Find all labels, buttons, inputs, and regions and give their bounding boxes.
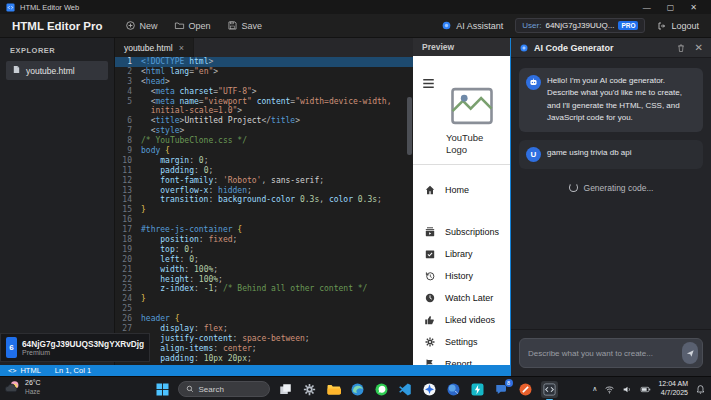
- code-line[interactable]: 10 margin: 0;: [115, 156, 413, 166]
- edge-button[interactable]: [349, 381, 366, 398]
- preview-menu-item-liked-videos[interactable]: Liked videos: [413, 309, 510, 331]
- whatsapp-button[interactable]: [373, 381, 390, 398]
- code-text: display: flex;: [141, 324, 228, 334]
- open-button[interactable]: Open: [174, 20, 211, 31]
- menu-item-label: Watch Later: [445, 293, 493, 303]
- preview-menu-item-history[interactable]: History: [413, 265, 510, 287]
- taskbar-search[interactable]: Search: [178, 381, 270, 397]
- code-line[interactable]: 11 padding: 0;: [115, 166, 413, 176]
- trash-icon[interactable]: [676, 43, 686, 53]
- ai-prompt-input[interactable]: [519, 338, 703, 368]
- code-line[interactable]: 13 overflow-x: hidden;: [115, 186, 413, 196]
- orange-app-button[interactable]: [517, 381, 534, 398]
- clock[interactable]: 12:04 AM 4/7/2025: [658, 380, 688, 398]
- close-button[interactable]: ✕: [690, 3, 697, 12]
- logout-button[interactable]: Logout: [657, 21, 699, 31]
- code-text: align-items: center;: [141, 344, 257, 354]
- code-line[interactable]: 28 justify-content: space-between;: [115, 334, 413, 344]
- code-line[interactable]: 15}: [115, 205, 413, 215]
- code-line[interactable]: 20 left: 0;: [115, 255, 413, 265]
- preview-menu-item-library[interactable]: Library: [413, 243, 510, 265]
- liked-videos-icon: [424, 314, 436, 326]
- code-line[interactable]: 19 top: 0;: [115, 245, 413, 255]
- star-app-button[interactable]: [421, 381, 438, 398]
- code-text: <meta name="viewport" content="width=dev…: [141, 97, 392, 107]
- file-item-youtube-html[interactable]: youtube.html: [6, 61, 108, 80]
- maximize-button[interactable]: ▢: [667, 3, 675, 12]
- code-text: transition: background-color 0.3s, color…: [141, 195, 382, 205]
- preview-menu-item-watch-later[interactable]: Watch Later: [413, 287, 510, 309]
- code-line[interactable]: 6 <title>Untitled Project</title>: [115, 116, 413, 126]
- subscriptions-icon: [424, 226, 436, 238]
- hamburger-menu-icon[interactable]: [421, 76, 436, 91]
- minimize-button[interactable]: —: [643, 3, 651, 12]
- taskbar: 26°C Haze Search 8 ∧ 12:04 AM 4/7/2025: [0, 376, 711, 400]
- settings-app-button[interactable]: [301, 381, 318, 398]
- notification-badge: 8: [505, 379, 513, 387]
- code-line[interactable]: 3<head>: [115, 77, 413, 87]
- editor-scrollbar[interactable]: [407, 97, 412, 155]
- user-session-chip[interactable]: User: 64NjG7gJ39UUQ... PRO: [515, 18, 645, 33]
- file-icon: [12, 65, 21, 76]
- lightning-app-button[interactable]: [469, 381, 486, 398]
- windows-start-icon: [155, 382, 170, 397]
- volume-icon[interactable]: [622, 384, 633, 395]
- code-line[interactable]: 18 position: fixed;: [115, 235, 413, 245]
- preview-menu-item-subscriptions[interactable]: Subscriptions: [413, 221, 510, 243]
- code-line[interactable]: 12 font-family: 'Roboto', sans-serif;: [115, 176, 413, 186]
- file-explorer-button[interactable]: [325, 381, 342, 398]
- code-line[interactable]: 16: [115, 215, 413, 225]
- new-button[interactable]: New: [125, 20, 158, 31]
- code-line[interactable]: initial-scale=1.0">: [115, 106, 413, 116]
- code-line[interactable]: 24}: [115, 294, 413, 304]
- code-text: /* YouTubeClone.css */: [141, 136, 247, 146]
- menu-item-label: Home: [445, 185, 469, 195]
- session-icon: 6: [6, 337, 17, 358]
- code-line[interactable]: 29 align-items: center;: [115, 344, 413, 354]
- code-line[interactable]: 4 <meta charset="UTF-8">: [115, 87, 413, 97]
- open-icon: [174, 20, 185, 31]
- code-line[interactable]: 26header {: [115, 314, 413, 324]
- code-line[interactable]: 2<html lang="en">: [115, 67, 413, 77]
- code-text: header {: [141, 314, 180, 324]
- ai-panel-close-icon[interactable]: ✕: [695, 42, 703, 53]
- whatsapp-icon: [374, 382, 389, 397]
- start-button[interactable]: [154, 381, 171, 398]
- code-line[interactable]: 14 transition: background-color 0.3s, co…: [115, 195, 413, 205]
- weather-widget[interactable]: 26°C Haze: [4, 379, 41, 396]
- code-line[interactable]: 23 z-index: -1; /* Behind all other cont…: [115, 284, 413, 294]
- code-line[interactable]: 25: [115, 304, 413, 314]
- globe-app-button[interactable]: [445, 381, 462, 398]
- wifi-icon[interactable]: [604, 384, 615, 395]
- vscode-button[interactable]: [397, 381, 414, 398]
- code-line[interactable]: 9body {: [115, 146, 413, 156]
- code-line[interactable]: 22 height: 100%;: [115, 275, 413, 285]
- code-line[interactable]: 30 padding: 10px 20px;: [115, 354, 413, 364]
- save-button[interactable]: Save: [227, 20, 263, 31]
- code-line[interactable]: 21 width: 100%;: [115, 265, 413, 275]
- code-line[interactable]: 7 <style>: [115, 126, 413, 136]
- ai-assistant-button[interactable]: AI Assistant: [441, 20, 503, 31]
- youtube-logo-broken-image[interactable]: YouTube Logo: [446, 68, 498, 156]
- preview-menu-item-settings[interactable]: Settings: [413, 331, 510, 353]
- code-line[interactable]: 8/* YouTubeClone.css */: [115, 136, 413, 146]
- line-number: 10: [115, 156, 141, 166]
- clock-date: 4/7/2025: [658, 389, 688, 398]
- code-area[interactable]: 1<!DOCTYPE html>2<html lang="en">3<head>…: [115, 57, 413, 365]
- send-button[interactable]: [682, 342, 698, 364]
- code-line[interactable]: 5 <meta name="viewport" content="width=d…: [115, 97, 413, 107]
- preview-menu-item-home[interactable]: Home: [413, 179, 510, 201]
- tab-close-icon[interactable]: ×: [179, 43, 184, 53]
- notifications-bell-icon[interactable]: [695, 384, 706, 395]
- line-number: 15: [115, 205, 141, 215]
- tab-youtube-html[interactable]: youtube.html ×: [115, 38, 194, 57]
- chat-app-button[interactable]: 8: [493, 381, 510, 398]
- tray-chevron-icon[interactable]: ∧: [592, 385, 597, 393]
- battery-icon[interactable]: [640, 384, 651, 395]
- window-titlebar: HTML Editor Web — ▢ ✕: [0, 0, 711, 14]
- task-view-button[interactable]: [277, 381, 294, 398]
- code-line[interactable]: 1<!DOCTYPE html>: [115, 57, 413, 67]
- html-editor-app-button[interactable]: [541, 381, 558, 398]
- code-line[interactable]: 27 display: flex;: [115, 324, 413, 334]
- code-line[interactable]: 17#three-js-container {: [115, 225, 413, 235]
